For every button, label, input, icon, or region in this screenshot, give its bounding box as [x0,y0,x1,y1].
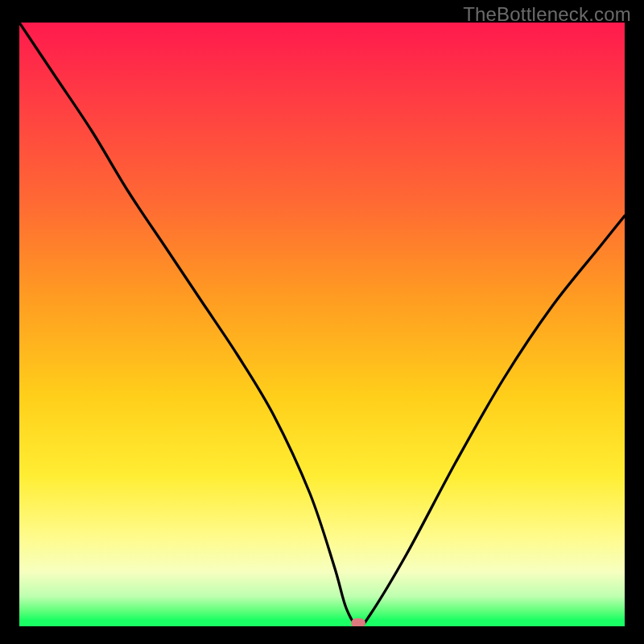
chart-frame: TheBottleneck.com [0,0,644,644]
bottleneck-curve [19,23,625,626]
plot-area [19,23,625,626]
optimal-point-marker [351,618,365,626]
watermark-text: TheBottleneck.com [463,3,631,26]
